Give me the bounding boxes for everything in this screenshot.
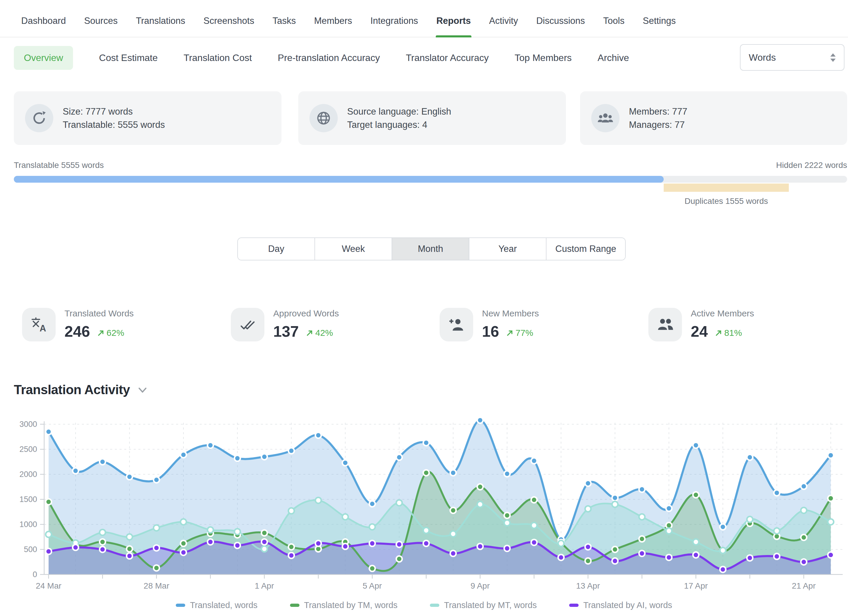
svg-text:13 Apr: 13 Apr <box>576 581 600 590</box>
chevron-down-icon[interactable] <box>138 387 148 395</box>
stat-change-value: 81% <box>724 328 742 338</box>
progress-track <box>14 176 847 183</box>
person-add-icon <box>440 308 473 341</box>
svg-text:9 Apr: 9 Apr <box>470 581 490 590</box>
svg-text:1500: 1500 <box>19 495 37 504</box>
translatable-progress-fill <box>14 176 664 183</box>
legend-swatch <box>176 604 185 607</box>
range-tab-day[interactable]: Day <box>238 238 315 260</box>
translated-words-stat: A Translated Words 246 62% <box>22 308 134 341</box>
range-tab-year[interactable]: Year <box>469 238 547 260</box>
source-language-line: Source language: English <box>347 105 451 118</box>
subnav-item-translation-cost[interactable]: Translation Cost <box>184 52 252 63</box>
nav-item-reports[interactable]: Reports <box>436 4 471 37</box>
trend-up-icon <box>306 329 314 337</box>
legend-swatch <box>430 604 439 607</box>
subnav-item-cost-estimate[interactable]: Cost Estimate <box>99 52 157 63</box>
nav-item-settings[interactable]: Settings <box>642 4 676 37</box>
svg-text:28 Mar: 28 Mar <box>144 581 169 590</box>
legend-label: Translated, words <box>190 600 257 610</box>
nav-item-dashboard[interactable]: Dashboard <box>21 4 67 37</box>
members-count-line: Members: 777 <box>629 105 687 118</box>
stat-value: 137 <box>273 322 299 340</box>
stat-value: 24 <box>691 322 708 340</box>
svg-text:1000: 1000 <box>19 520 37 529</box>
people-icon <box>648 308 682 341</box>
legend-item-translated-by-ai[interactable]: Translated by AI, words <box>569 600 672 610</box>
legend-swatch <box>569 604 578 607</box>
trend-up-icon <box>97 329 105 337</box>
members-card: Members: 777 Managers: 77 <box>580 91 847 145</box>
stat-value: 16 <box>482 322 499 340</box>
project-translatable-line: Translatable: 5555 words <box>63 118 165 131</box>
globe-icon <box>310 104 338 132</box>
approved-words-stat: Approved Words 137 42% <box>231 308 339 341</box>
subnav-item-pretranslation-accuracy[interactable]: Pre-translation Accuracy <box>278 52 380 63</box>
chart-legend: Translated, words Translated by TM, word… <box>0 600 848 610</box>
unit-selector[interactable]: Words <box>740 44 845 71</box>
nav-item-tasks[interactable]: Tasks <box>272 4 296 37</box>
nav-item-members[interactable]: Members <box>314 4 353 37</box>
legend-label: Translated by AI, words <box>583 600 672 610</box>
legend-item-translated-by-mt[interactable]: Translated by MT, words <box>430 600 537 610</box>
double-check-icon <box>231 308 264 341</box>
range-tab-month[interactable]: Month <box>392 238 469 260</box>
stepper-icon <box>830 53 836 62</box>
new-members-stat: New Members 16 77% <box>440 308 539 341</box>
svg-text:2000: 2000 <box>19 470 37 479</box>
trend-up-icon <box>715 329 723 337</box>
range-tab-custom-range[interactable]: Custom Range <box>547 238 625 260</box>
languages-card: Source language: English Target language… <box>298 91 566 145</box>
stat-change-value: 77% <box>516 328 533 338</box>
words-progress: Translatable 5555 words Hidden 2222 word… <box>14 160 847 183</box>
legend-label: Translated by TM, words <box>304 600 398 610</box>
trend-up-icon <box>506 329 514 337</box>
active-members-stat: Active Members 24 81% <box>648 308 754 341</box>
subnav-item-overview[interactable]: Overview <box>14 46 73 70</box>
legend-swatch <box>290 604 299 607</box>
members-icon <box>591 104 620 132</box>
nav-item-activity[interactable]: Activity <box>488 4 519 37</box>
translate-icon: A <box>22 308 56 341</box>
legend-item-translated-by-tm[interactable]: Translated by TM, words <box>290 600 398 610</box>
svg-text:A: A <box>40 323 46 333</box>
subnav-item-archive[interactable]: Archive <box>598 52 629 63</box>
translation-activity-chart: 05001000150020002500300024 Mar28 Mar1 Ap… <box>0 399 848 616</box>
svg-text:3000: 3000 <box>19 420 37 429</box>
nav-item-integrations[interactable]: Integrations <box>370 4 419 37</box>
svg-text:17 Apr: 17 Apr <box>684 581 708 590</box>
svg-text:24 Mar: 24 Mar <box>36 581 61 590</box>
target-languages-line: Target languages: 4 <box>347 118 451 131</box>
nav-item-tools[interactable]: Tools <box>603 4 625 37</box>
legend-label: Translated by MT, words <box>444 600 537 610</box>
duplicates-bar <box>664 184 789 192</box>
nav-item-translations[interactable]: Translations <box>135 4 186 37</box>
svg-text:500: 500 <box>24 545 37 554</box>
legend-item-translated[interactable]: Translated, words <box>176 600 257 610</box>
section-title: Translation Activity <box>14 382 130 397</box>
svg-text:1 Apr: 1 Apr <box>255 581 274 590</box>
sync-icon <box>25 104 53 132</box>
top-navigation: Dashboard Sources Translations Screensho… <box>0 0 848 37</box>
range-tab-week[interactable]: Week <box>315 238 392 260</box>
hidden-words-label: Hidden 2222 words <box>776 160 847 170</box>
reports-overview-page: Dashboard Sources Translations Screensho… <box>0 0 848 616</box>
subnav-item-top-members[interactable]: Top Members <box>515 52 572 63</box>
unit-selector-value: Words <box>749 52 776 63</box>
managers-count-line: Managers: 77 <box>629 118 687 131</box>
stat-change-value: 62% <box>107 328 124 338</box>
stat-change-value: 42% <box>315 328 333 338</box>
stat-label: Translated Words <box>64 309 134 318</box>
nav-item-discussions[interactable]: Discussions <box>535 4 586 37</box>
stat-value: 246 <box>64 322 90 340</box>
svg-text:5 Apr: 5 Apr <box>363 581 382 590</box>
nav-item-screenshots[interactable]: Screenshots <box>203 4 255 37</box>
project-size-card: Size: 7777 words Translatable: 5555 word… <box>14 91 282 145</box>
project-size-line: Size: 7777 words <box>63 105 165 118</box>
nav-item-sources[interactable]: Sources <box>84 4 119 37</box>
date-range-tabs: Day Week Month Year Custom Range <box>237 237 626 260</box>
subnav-item-translator-accuracy[interactable]: Translator Accuracy <box>406 52 489 63</box>
svg-text:2500: 2500 <box>19 445 37 454</box>
svg-text:21 Apr: 21 Apr <box>792 581 815 590</box>
stat-label: Active Members <box>691 309 754 318</box>
